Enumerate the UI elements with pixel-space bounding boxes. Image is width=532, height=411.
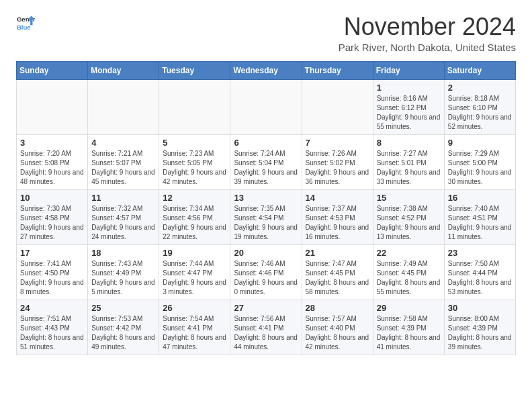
- calendar-cell: 5Sunrise: 7:23 AM Sunset: 5:05 PM Daylig…: [159, 134, 230, 189]
- calendar-week-row: 3Sunrise: 7:20 AM Sunset: 5:08 PM Daylig…: [17, 134, 516, 189]
- day-number: 26: [163, 303, 226, 313]
- day-number: 27: [234, 303, 298, 313]
- day-number: 13: [234, 193, 298, 203]
- calendar-day-header: Tuesday: [159, 61, 230, 79]
- day-info: Sunrise: 7:38 AM Sunset: 4:52 PM Dayligh…: [377, 204, 441, 242]
- day-number: 29: [377, 303, 441, 313]
- calendar-week-row: 24Sunrise: 7:51 AM Sunset: 4:43 PM Dayli…: [17, 300, 516, 355]
- day-info: Sunrise: 7:54 AM Sunset: 4:41 PM Dayligh…: [163, 314, 226, 352]
- day-info: Sunrise: 7:20 AM Sunset: 5:08 PM Dayligh…: [20, 149, 84, 187]
- day-number: 30: [448, 303, 512, 313]
- day-number: 15: [377, 193, 441, 203]
- day-info: Sunrise: 7:26 AM Sunset: 5:02 PM Dayligh…: [306, 149, 369, 187]
- calendar-cell: 12Sunrise: 7:34 AM Sunset: 4:56 PM Dayli…: [159, 189, 230, 244]
- day-info: Sunrise: 8:16 AM Sunset: 6:12 PM Dayligh…: [377, 94, 441, 132]
- day-number: 3: [20, 138, 84, 148]
- day-number: 11: [91, 193, 155, 203]
- calendar-cell: 27Sunrise: 7:56 AM Sunset: 4:41 PM Dayli…: [230, 300, 302, 355]
- calendar-cell: 24Sunrise: 7:51 AM Sunset: 4:43 PM Dayli…: [17, 300, 88, 355]
- day-info: Sunrise: 7:32 AM Sunset: 4:57 PM Dayligh…: [91, 204, 155, 242]
- calendar-cell: 16Sunrise: 7:40 AM Sunset: 4:51 PM Dayli…: [444, 189, 515, 244]
- day-number: 14: [306, 193, 369, 203]
- calendar-cell: [17, 79, 88, 134]
- calendar-cell: 15Sunrise: 7:38 AM Sunset: 4:52 PM Dayli…: [373, 189, 444, 244]
- calendar-cell: 17Sunrise: 7:41 AM Sunset: 4:50 PM Dayli…: [17, 244, 88, 300]
- calendar-day-header: Monday: [88, 61, 159, 79]
- day-number: 28: [306, 303, 369, 313]
- day-info: Sunrise: 7:57 AM Sunset: 4:40 PM Dayligh…: [306, 314, 369, 352]
- day-info: Sunrise: 7:43 AM Sunset: 4:49 PM Dayligh…: [91, 259, 155, 297]
- day-info: Sunrise: 7:53 AM Sunset: 4:42 PM Dayligh…: [91, 314, 155, 352]
- calendar-cell: 3Sunrise: 7:20 AM Sunset: 5:08 PM Daylig…: [17, 134, 88, 189]
- calendar-cell: 25Sunrise: 7:53 AM Sunset: 4:42 PM Dayli…: [88, 300, 159, 355]
- day-info: Sunrise: 7:41 AM Sunset: 4:50 PM Dayligh…: [20, 259, 84, 297]
- calendar-cell: 7Sunrise: 7:26 AM Sunset: 5:02 PM Daylig…: [302, 134, 373, 189]
- calendar-table: SundayMondayTuesdayWednesdayThursdayFrid…: [16, 61, 516, 355]
- calendar-day-header: Saturday: [444, 61, 515, 79]
- calendar-cell: 10Sunrise: 7:30 AM Sunset: 4:58 PM Dayli…: [17, 189, 88, 244]
- calendar-cell: 1Sunrise: 8:16 AM Sunset: 6:12 PM Daylig…: [373, 79, 444, 134]
- day-number: 19: [163, 248, 226, 258]
- day-info: Sunrise: 7:49 AM Sunset: 4:45 PM Dayligh…: [377, 259, 441, 297]
- day-number: 18: [91, 248, 155, 258]
- day-number: 12: [163, 193, 226, 203]
- title-block: November 2024 Park River, North Dakota, …: [339, 13, 516, 53]
- calendar-header-row: SundayMondayTuesdayWednesdayThursdayFrid…: [17, 61, 516, 79]
- calendar-cell: 18Sunrise: 7:43 AM Sunset: 4:49 PM Dayli…: [88, 244, 159, 300]
- calendar-day-header: Wednesday: [230, 61, 302, 79]
- logo-icon: General Blue: [16, 13, 35, 32]
- calendar-cell: 6Sunrise: 7:24 AM Sunset: 5:04 PM Daylig…: [230, 134, 302, 189]
- calendar-week-row: 1Sunrise: 8:16 AM Sunset: 6:12 PM Daylig…: [17, 79, 516, 134]
- day-info: Sunrise: 8:00 AM Sunset: 4:39 PM Dayligh…: [448, 314, 512, 352]
- calendar-cell: [88, 79, 159, 134]
- day-info: Sunrise: 7:21 AM Sunset: 5:07 PM Dayligh…: [91, 149, 155, 187]
- day-info: Sunrise: 7:30 AM Sunset: 4:58 PM Dayligh…: [20, 204, 84, 242]
- logo: General Blue: [16, 13, 35, 32]
- day-number: 16: [448, 193, 512, 203]
- day-number: 21: [306, 248, 369, 258]
- calendar-cell: 30Sunrise: 8:00 AM Sunset: 4:39 PM Dayli…: [444, 300, 515, 355]
- calendar-cell: 14Sunrise: 7:37 AM Sunset: 4:53 PM Dayli…: [302, 189, 373, 244]
- day-info: Sunrise: 7:27 AM Sunset: 5:01 PM Dayligh…: [377, 149, 441, 187]
- day-number: 20: [234, 248, 298, 258]
- calendar-cell: 23Sunrise: 7:50 AM Sunset: 4:44 PM Dayli…: [444, 244, 515, 300]
- calendar-cell: 11Sunrise: 7:32 AM Sunset: 4:57 PM Dayli…: [88, 189, 159, 244]
- month-title: November 2024: [339, 13, 516, 40]
- day-number: 8: [377, 138, 441, 148]
- day-number: 1: [377, 83, 441, 93]
- calendar-cell: 19Sunrise: 7:44 AM Sunset: 4:47 PM Dayli…: [159, 244, 230, 300]
- location: Park River, North Dakota, United States: [339, 42, 516, 53]
- day-info: Sunrise: 7:58 AM Sunset: 4:39 PM Dayligh…: [377, 314, 441, 352]
- calendar-cell: 22Sunrise: 7:49 AM Sunset: 4:45 PM Dayli…: [373, 244, 444, 300]
- day-info: Sunrise: 7:47 AM Sunset: 4:45 PM Dayligh…: [306, 259, 369, 297]
- day-number: 5: [163, 138, 226, 148]
- day-info: Sunrise: 7:46 AM Sunset: 4:46 PM Dayligh…: [234, 259, 298, 297]
- calendar-cell: 4Sunrise: 7:21 AM Sunset: 5:07 PM Daylig…: [88, 134, 159, 189]
- calendar-cell: 28Sunrise: 7:57 AM Sunset: 4:40 PM Dayli…: [302, 300, 373, 355]
- calendar-cell: 21Sunrise: 7:47 AM Sunset: 4:45 PM Dayli…: [302, 244, 373, 300]
- day-info: Sunrise: 7:50 AM Sunset: 4:44 PM Dayligh…: [448, 259, 512, 297]
- calendar-day-header: Thursday: [302, 61, 373, 79]
- calendar-cell: 2Sunrise: 8:18 AM Sunset: 6:10 PM Daylig…: [444, 79, 515, 134]
- calendar-cell: 8Sunrise: 7:27 AM Sunset: 5:01 PM Daylig…: [373, 134, 444, 189]
- calendar-cell: 29Sunrise: 7:58 AM Sunset: 4:39 PM Dayli…: [373, 300, 444, 355]
- day-number: 22: [377, 248, 441, 258]
- calendar-cell: [230, 79, 302, 134]
- day-number: 24: [20, 303, 84, 313]
- day-number: 4: [91, 138, 155, 148]
- day-info: Sunrise: 7:44 AM Sunset: 4:47 PM Dayligh…: [163, 259, 226, 297]
- day-info: Sunrise: 7:56 AM Sunset: 4:41 PM Dayligh…: [234, 314, 298, 352]
- calendar-week-row: 10Sunrise: 7:30 AM Sunset: 4:58 PM Dayli…: [17, 189, 516, 244]
- day-number: 7: [306, 138, 369, 148]
- day-info: Sunrise: 7:51 AM Sunset: 4:43 PM Dayligh…: [20, 314, 84, 352]
- page-container: General Blue November 2024 Park River, N…: [0, 0, 532, 369]
- day-number: 2: [448, 83, 512, 93]
- day-number: 23: [448, 248, 512, 258]
- day-number: 6: [234, 138, 298, 148]
- calendar-day-header: Friday: [373, 61, 444, 79]
- calendar-cell: 9Sunrise: 7:29 AM Sunset: 5:00 PM Daylig…: [444, 134, 515, 189]
- calendar-cell: 13Sunrise: 7:35 AM Sunset: 4:54 PM Dayli…: [230, 189, 302, 244]
- day-info: Sunrise: 7:24 AM Sunset: 5:04 PM Dayligh…: [234, 149, 298, 187]
- calendar-week-row: 17Sunrise: 7:41 AM Sunset: 4:50 PM Dayli…: [17, 244, 516, 300]
- day-info: Sunrise: 7:37 AM Sunset: 4:53 PM Dayligh…: [306, 204, 369, 242]
